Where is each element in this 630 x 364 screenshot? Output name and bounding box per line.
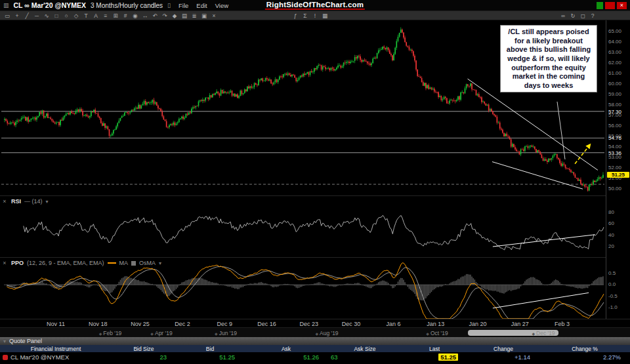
ppo-panel[interactable]: × PPO (12, 26, 9 - EMA, EMA, EMA) MA OsM… — [0, 257, 630, 319]
price-tick: 52.00 — [608, 165, 621, 171]
menu-view[interactable]: View — [212, 1, 232, 10]
price-tick: 61.00 — [608, 70, 621, 76]
text-tool-icon[interactable]: T — [81, 12, 91, 20]
trendline-icon[interactable]: ╱ — [22, 12, 32, 20]
price-tick: 56.00 — [608, 123, 621, 129]
diamond-icon: ◆ — [215, 332, 218, 336]
undo-icon[interactable]: ↶ — [150, 12, 159, 20]
chart-annotation-note[interactable]: /CL still appears poised for a likely br… — [500, 25, 597, 92]
ppo-collapse-icon[interactable]: ▾ — [159, 260, 161, 266]
timeline-scrollbar: ◆Feb '19◆Apr '19◆Jun '19◆Aug '19◆Oct '19… — [0, 327, 630, 337]
rsi-tick: 60 — [608, 220, 614, 226]
alert-icon[interactable]: ! — [310, 12, 320, 20]
date-axis[interactable]: Nov 11Nov 18Nov 25Dec 2Dec 9Dec 16Dec 23… — [0, 319, 630, 327]
quote-col-last: Last — [402, 346, 467, 352]
ppo-ma-label: MA — [119, 260, 129, 266]
date-label: Nov 11 — [47, 321, 65, 327]
menu-icon[interactable]: ≣ — [190, 12, 199, 20]
wave-tool-icon[interactable]: ∿ — [42, 12, 51, 20]
price-tick: 63.00 — [608, 49, 621, 55]
quote-cell-change: +1.14 — [467, 354, 539, 361]
annotation-tool-icon[interactable]: A — [91, 12, 100, 20]
menu-file[interactable]: File — [175, 1, 192, 10]
price-chart-panel[interactable]: /CL still appears poised for a likely br… — [0, 20, 630, 195]
ppo-chart[interactable] — [0, 258, 630, 319]
windows-icon[interactable]: ◻ — [578, 12, 587, 20]
timeline-label: ◆Dec '19 — [532, 330, 555, 336]
pan-icon[interactable]: ↔ — [140, 12, 150, 20]
rsi-tick: 80 — [608, 209, 614, 215]
rectangle-tool-icon[interactable]: □ — [52, 12, 61, 20]
rsi-params: — (14) — [24, 198, 43, 205]
date-label: Jan 27 — [511, 321, 529, 327]
ppo-close-icon[interactable]: × — [1, 260, 8, 266]
rsi-close-icon[interactable]: × — [1, 198, 8, 205]
quote-col-instrument: Financial Instrument — [0, 346, 112, 352]
quote-cell-bid_size: 23 — [112, 354, 176, 361]
ppo-label: PPO — [11, 260, 24, 266]
diamond-icon: ◆ — [150, 332, 154, 336]
app-icon[interactable]: ▥ — [3, 0, 9, 11]
date-label: Feb 3 — [555, 321, 570, 327]
toolbar-group-mid: ƒΣ!▦ — [291, 12, 329, 20]
price-tick: 50.00 — [608, 186, 621, 192]
price-tick: 58.00 — [608, 102, 621, 108]
snapshot-icon[interactable]: ▣ — [200, 12, 209, 20]
layers-icon[interactable]: ▤ — [180, 12, 189, 20]
rsi-collapse-icon[interactable]: ▾ — [46, 199, 49, 205]
quote-cell-last: 51.25 — [402, 354, 467, 361]
candle-style-icon[interactable]: ▯ — [167, 0, 171, 11]
ppo-osma-sample — [131, 261, 136, 266]
compare-icon[interactable]: Σ — [301, 12, 310, 20]
list-icon[interactable]: ≡ — [101, 12, 110, 20]
quote-table-row[interactable]: CL Mar'20 @NYMEX2351.2551.266351.25+1.14… — [0, 352, 630, 362]
status-icon[interactable] — [597, 2, 603, 9]
date-label: Dec 2 — [175, 321, 190, 327]
window-controls: × — [597, 2, 627, 9]
quote-cell-bid: 51.25 — [176, 354, 244, 361]
menu-edit[interactable]: Edit — [193, 1, 210, 10]
quote-panel-header[interactable]: ▾ Quote Panel — [0, 337, 630, 345]
close-button[interactable]: × — [617, 2, 627, 9]
ppo-tick: 0.0 — [608, 281, 616, 287]
delete-icon[interactable]: × — [209, 12, 219, 20]
ppo-tick: -0.5 — [608, 293, 618, 299]
template-icon[interactable]: ▦ — [320, 12, 329, 20]
diamond-tool-icon[interactable]: ◇ — [72, 12, 81, 20]
help-icon[interactable]: ? — [588, 12, 597, 20]
date-label: Dec 30 — [342, 321, 361, 327]
quote-col-bid_size: Bid Size — [112, 346, 176, 352]
rsi-chart[interactable] — [0, 196, 630, 258]
price-tick: 54.00 — [608, 144, 621, 150]
toolbar-group-left: ▭+╱─∿□○◇TA≡⊞#◉↔↶↷◆▤≣▣× — [3, 12, 219, 20]
ppo-label-row: × PPO (12, 26, 9 - EMA, EMA, EMA) MA OsM… — [1, 260, 161, 266]
crosshair-icon[interactable]: + — [12, 12, 22, 20]
measure-icon[interactable]: # — [121, 12, 130, 20]
link-icon[interactable]: ∞ — [558, 12, 568, 20]
ellipse-tool-icon[interactable]: ○ — [62, 12, 71, 20]
diamond-icon: ◆ — [99, 332, 102, 336]
quote-col-bid: Bid — [176, 346, 244, 352]
horizontal-line-icon[interactable]: ─ — [32, 12, 41, 20]
quote-panel-collapse-icon[interactable]: ▾ — [3, 338, 6, 344]
diamond-icon: ◆ — [532, 332, 535, 336]
grid-icon[interactable]: ⊞ — [111, 12, 120, 20]
marker-icon[interactable]: ◆ — [170, 12, 179, 20]
zoom-icon[interactable]: ◉ — [131, 12, 140, 20]
indicator-icon[interactable]: ƒ — [291, 12, 300, 20]
minimize-button[interactable] — [605, 2, 615, 9]
quote-cell-ask_size: 63 — [328, 354, 402, 361]
rsi-panel[interactable]: × RSI — (14) ▾ — [0, 195, 630, 257]
price-axis[interactable]: 65.0064.0063.0062.0061.0060.0059.0058.00… — [606, 20, 630, 319]
redo-icon[interactable]: ↷ — [160, 12, 169, 20]
timeline-label: ◆Apr '19 — [150, 330, 172, 336]
price-tick: 59.00 — [608, 91, 621, 97]
quote-cell-instrument: CL Mar'20 @NYMEX — [0, 354, 112, 361]
refresh-icon[interactable]: ↻ — [568, 12, 578, 20]
date-label: Dec 9 — [217, 321, 232, 327]
date-label: Jan 13 — [427, 321, 444, 327]
watermark: RightSideOfTheChart.com — [265, 1, 365, 10]
price-level-label: 57.30 — [608, 109, 621, 115]
chart-symbol-title: CL ∞ Mar'20 @NYMEX — [14, 1, 86, 9]
pointer-icon[interactable]: ▭ — [3, 12, 12, 20]
